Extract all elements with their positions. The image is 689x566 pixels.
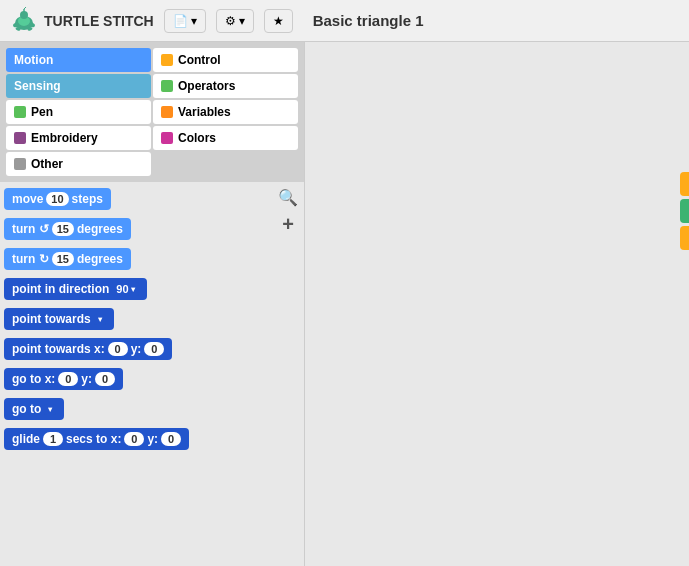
canvas-block-reset[interactable]: reset xyxy=(680,172,689,196)
block-glide-mid: secs to x: xyxy=(66,432,121,446)
embroidery-dot xyxy=(14,132,26,144)
header: TURTLE STITCH 📄 ▾ ⚙ ▾ ★ Basic triangle 1 xyxy=(0,0,689,42)
file-button[interactable]: 📄 ▾ xyxy=(164,9,206,33)
block-move-suffix: steps xyxy=(72,192,103,206)
block-move-label: move xyxy=(12,192,43,206)
block-ptxy-label: point towards x: xyxy=(12,342,105,356)
gear-icon: ⚙ xyxy=(225,14,236,28)
logo: TURTLE STITCH xyxy=(8,5,154,37)
search-icon[interactable]: 🔍 xyxy=(278,188,298,207)
block-point-direction-label: point in direction xyxy=(12,282,109,296)
categories-grid: Motion Control Sensing Operators Pen Var… xyxy=(0,42,304,182)
pen-dot xyxy=(14,106,26,118)
category-pen-label: Pen xyxy=(31,105,53,119)
block-gotoxy-label: go to x: xyxy=(12,372,55,386)
category-other[interactable]: Other xyxy=(6,152,151,176)
block-turn-left-value[interactable]: 15 xyxy=(52,222,74,236)
category-variables-label: Variables xyxy=(178,105,231,119)
star-icon: ★ xyxy=(273,14,284,28)
block-ptxy-ylabel: y: xyxy=(131,342,142,356)
block-move-value[interactable]: 10 xyxy=(46,192,68,206)
block-gotoxy-x[interactable]: 0 xyxy=(58,372,78,386)
blocks-list: 🔍 + move 10 steps turn ↺ 15 degrees xyxy=(0,182,304,566)
block-turn-left-suffix: degrees xyxy=(77,222,123,236)
category-colors[interactable]: Colors xyxy=(153,126,298,150)
block-glide-y[interactable]: 0 xyxy=(161,432,181,446)
block-turn-right-suffix: degrees xyxy=(77,252,123,266)
category-colors-label: Colors xyxy=(178,131,216,145)
turtle-logo xyxy=(8,5,40,37)
category-pen[interactable]: Pen xyxy=(6,100,151,124)
left-panel: Motion Control Sensing Operators Pen Var… xyxy=(0,42,305,566)
star-button[interactable]: ★ xyxy=(264,9,293,33)
block-point-towards-label: point towards xyxy=(12,312,91,326)
svg-line-8 xyxy=(24,7,26,9)
block-turn-right-value[interactable]: 15 xyxy=(52,252,74,266)
dropdown-arrow2: ▾ xyxy=(98,315,102,324)
block-move[interactable]: move 10 steps xyxy=(4,188,111,210)
category-sensing[interactable]: Sensing xyxy=(6,74,151,98)
canvas-block-running-stitch[interactable]: running stitch by 10 steps xyxy=(680,199,689,223)
category-motion-label: Motion xyxy=(14,53,53,67)
category-embroidery[interactable]: Embroidery xyxy=(6,126,151,150)
project-title: Basic triangle 1 xyxy=(313,12,424,29)
canvas-block-repeat[interactable]: repeat 14 xyxy=(680,226,689,250)
operators-dot xyxy=(161,80,173,92)
category-control[interactable]: Control xyxy=(153,48,298,72)
block-point-direction[interactable]: point in direction 90 ▾ xyxy=(4,278,147,300)
block-point-towards-dropdown[interactable]: ▾ xyxy=(94,314,106,325)
block-point-direction-dropdown[interactable]: 90 ▾ xyxy=(112,282,138,296)
main-area: Motion Control Sensing Operators Pen Var… xyxy=(0,42,689,566)
category-variables[interactable]: Variables xyxy=(153,100,298,124)
block-goto-label: go to xyxy=(12,402,41,416)
block-glide-secs[interactable]: 1 xyxy=(43,432,63,446)
block-turn-right[interactable]: turn ↻ 15 degrees xyxy=(4,248,131,270)
block-point-towards-xy[interactable]: point towards x: 0 y: 0 xyxy=(4,338,172,360)
variables-dot xyxy=(161,106,173,118)
category-sensing-label: Sensing xyxy=(14,79,61,93)
block-goto-dropdown[interactable]: ▾ xyxy=(44,404,56,415)
block-gotoxy-y[interactable]: 0 xyxy=(95,372,115,386)
block-glide-x[interactable]: 0 xyxy=(124,432,144,446)
dropdown-arrow3: ▾ xyxy=(48,405,52,414)
block-glide[interactable]: glide 1 secs to x: 0 y: 0 xyxy=(4,428,189,450)
block-ptxy-x[interactable]: 0 xyxy=(108,342,128,356)
block-glide-ylabel: y: xyxy=(147,432,158,446)
settings-button[interactable]: ⚙ ▾ xyxy=(216,9,254,33)
control-dot xyxy=(161,54,173,66)
category-control-label: Control xyxy=(178,53,221,67)
category-embroidery-label: Embroidery xyxy=(31,131,98,145)
category-operators[interactable]: Operators xyxy=(153,74,298,98)
colors-dot xyxy=(161,132,173,144)
block-gotoxy-ylabel: y: xyxy=(81,372,92,386)
block-glide-label: glide xyxy=(12,432,40,446)
blocks-search-area: 🔍 + xyxy=(278,188,298,236)
block-turn-left[interactable]: turn ↺ 15 degrees xyxy=(4,218,131,240)
block-turn-left-label: turn ↺ xyxy=(12,222,49,236)
block-point-towards[interactable]: point towards ▾ xyxy=(4,308,114,330)
block-turn-right-label: turn ↻ xyxy=(12,252,49,266)
file-icon: 📄 xyxy=(173,14,188,28)
settings-btn-arrow: ▾ xyxy=(239,14,245,28)
category-motion[interactable]: Motion xyxy=(6,48,151,72)
canvas-area[interactable]: reset running stitch by 10 steps repeat … xyxy=(305,42,689,566)
category-other-label: Other xyxy=(31,157,63,171)
category-operators-label: Operators xyxy=(178,79,235,93)
dropdown-arrow: ▾ xyxy=(131,285,135,294)
file-btn-arrow: ▾ xyxy=(191,14,197,28)
add-icon[interactable]: + xyxy=(282,213,294,236)
logo-text: TURTLE STITCH xyxy=(44,13,154,29)
block-ptxy-y[interactable]: 0 xyxy=(144,342,164,356)
block-goto[interactable]: go to ▾ xyxy=(4,398,64,420)
block-goto-xy[interactable]: go to x: 0 y: 0 xyxy=(4,368,123,390)
other-dot xyxy=(14,158,26,170)
